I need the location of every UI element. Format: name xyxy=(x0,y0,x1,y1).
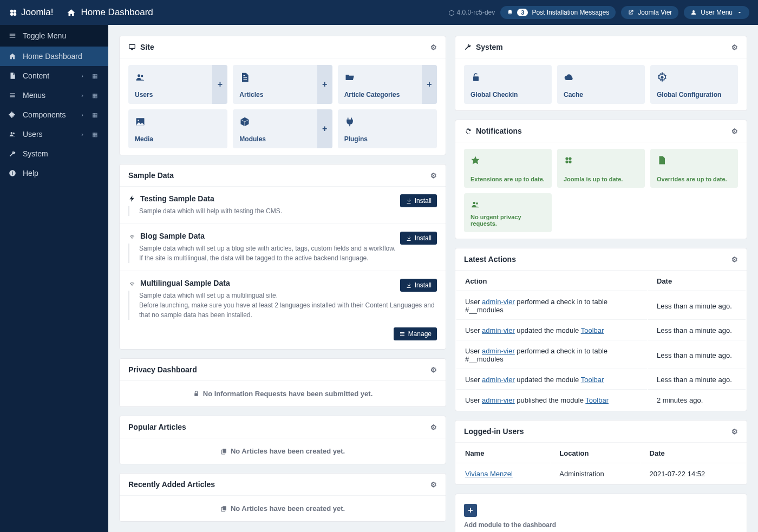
module-link[interactable]: Toolbar xyxy=(581,326,604,334)
recent-panel: Recently Added Articles ⚙ No Articles ha… xyxy=(119,473,446,522)
chevron-right-icon: › xyxy=(81,131,83,137)
quicklink-media[interactable]: Media xyxy=(128,109,227,148)
user-link[interactable]: Viviana Menzel xyxy=(465,470,513,478)
sidebar-item-content[interactable]: Content › ▦ xyxy=(0,66,108,86)
sync-icon xyxy=(464,127,472,135)
external-link-icon xyxy=(628,9,634,16)
svg-point-27 xyxy=(565,161,568,163)
col-date: Date xyxy=(641,444,746,463)
user-link[interactable]: admin-vier xyxy=(482,326,515,334)
brand[interactable]: Joomla! xyxy=(9,7,54,18)
users-icon xyxy=(9,130,16,138)
add-user-button[interactable]: + xyxy=(212,65,227,104)
gear-icon[interactable]: ⚙ xyxy=(731,127,738,135)
quicklink-config[interactable]: Global Configuration xyxy=(650,65,738,104)
svg-point-25 xyxy=(565,157,568,160)
topbar-right: 4.0.0-rc5-dev 3 Post Installation Messag… xyxy=(448,6,749,19)
file-text-icon xyxy=(239,72,250,83)
manage-button[interactable]: Manage xyxy=(394,327,437,340)
quicklink-modules[interactable]: Modules + xyxy=(233,109,332,148)
svg-rect-6 xyxy=(10,34,16,35)
notif-privacy[interactable]: No urgent privacy requests. xyxy=(464,193,552,232)
joomla-logo-icon xyxy=(9,8,18,17)
quicklink-articles[interactable]: Articles + xyxy=(233,65,332,104)
dashboard-grid-icon[interactable]: ▦ xyxy=(90,73,100,80)
dashboard-grid-icon[interactable]: ▦ xyxy=(90,131,100,138)
user-link[interactable]: admin-vier xyxy=(482,298,515,306)
table-row: User admin-vier updated the module Toolb… xyxy=(456,321,746,340)
main-content: Site ⚙ Users + Articles + xyxy=(108,25,758,532)
add-module-button[interactable]: + xyxy=(317,109,332,148)
sidebar-item-menus[interactable]: Menus › ▦ xyxy=(0,86,108,105)
install-button[interactable]: Install xyxy=(400,232,437,245)
svg-point-14 xyxy=(138,74,140,77)
add-category-button[interactable]: + xyxy=(422,65,437,104)
gear-icon[interactable]: ⚙ xyxy=(430,423,437,431)
user-menu-button[interactable]: User Menu xyxy=(684,6,749,19)
latest-actions-panel: Latest Actions ⚙ Action Date User admin-… xyxy=(455,248,747,411)
add-article-button[interactable]: + xyxy=(317,65,332,104)
image-icon xyxy=(135,116,146,127)
module-link[interactable]: Toolbar xyxy=(585,396,609,404)
quicklink-checkin[interactable]: Global Checkin xyxy=(464,65,552,104)
quicklink-plugins[interactable]: Plugins xyxy=(338,109,437,148)
user-link[interactable]: admin-vier xyxy=(482,347,515,355)
notif-extensions[interactable]: Extensions are up to date. xyxy=(464,149,552,188)
dashboard-grid-icon[interactable]: ▦ xyxy=(90,111,100,119)
site-frontend-button[interactable]: Joomla Vier xyxy=(621,6,678,19)
svg-text:i: i xyxy=(12,171,13,176)
table-row: User admin-vier performed a check in to … xyxy=(456,341,746,369)
dashboard-grid-icon[interactable]: ▦ xyxy=(90,92,100,99)
svg-point-10 xyxy=(13,133,15,134)
gear-icon[interactable]: ⚙ xyxy=(430,481,437,489)
quicklink-cache[interactable]: Cache xyxy=(557,65,645,104)
svg-rect-21 xyxy=(223,506,226,510)
table-row: User admin-vier updated the module Toolb… xyxy=(456,370,746,390)
date-cell: 2 minutes ago. xyxy=(648,391,746,410)
popular-panel: Popular Articles ⚙ No Articles have been… xyxy=(119,416,446,464)
joomla-icon xyxy=(564,155,573,165)
page-title-area: Home Dashboard xyxy=(67,7,153,18)
sidebar-item-system[interactable]: System xyxy=(0,144,108,163)
gear-icon[interactable]: ⚙ xyxy=(430,366,437,374)
svg-point-17 xyxy=(138,120,139,121)
gear-icon[interactable]: ⚙ xyxy=(731,255,738,264)
module-link[interactable]: Toolbar xyxy=(581,376,604,384)
users-icon xyxy=(135,72,146,83)
wifi-icon xyxy=(128,279,136,287)
gear-icon[interactable]: ⚙ xyxy=(430,172,437,180)
logged-in-title: Logged-in Users xyxy=(464,427,524,436)
quicklink-users[interactable]: Users + xyxy=(128,65,227,104)
user-link[interactable]: admin-vier xyxy=(482,396,515,404)
desktop-icon xyxy=(128,43,136,51)
add-module-card[interactable]: + Add module to the dashboard xyxy=(455,494,747,532)
actions-title: Latest Actions xyxy=(464,255,516,264)
sidebar-toggle[interactable]: Toggle Menu xyxy=(0,25,108,47)
action-cell: User admin-vier performed a check in to … xyxy=(456,292,647,320)
quicklink-categories[interactable]: Article Categories + xyxy=(338,65,437,104)
sidebar-item-users[interactable]: Users › ▦ xyxy=(0,124,108,144)
svg-rect-7 xyxy=(10,35,16,36)
bolt-icon xyxy=(128,195,136,202)
install-button[interactable]: Install xyxy=(400,194,437,207)
sidebar-item-components[interactable]: Components › ▦ xyxy=(0,105,108,124)
topbar: Joomla! Home Dashboard 4.0.0-rc5-dev 3 P… xyxy=(0,0,758,25)
users-icon xyxy=(471,200,480,209)
chevron-right-icon: › xyxy=(81,111,83,118)
post-install-messages-button[interactable]: 3 Post Installation Messages xyxy=(500,6,616,19)
privacy-panel: Privacy Dashboard ⚙ No Information Reque… xyxy=(119,358,446,407)
sample-item: Blog Sample DataSample data which will s… xyxy=(120,224,446,271)
gear-icon[interactable]: ⚙ xyxy=(430,43,437,51)
gear-icon[interactable]: ⚙ xyxy=(731,428,738,436)
svg-point-5 xyxy=(692,10,695,12)
svg-point-4 xyxy=(449,10,454,15)
gear-icon[interactable]: ⚙ xyxy=(731,43,738,51)
notif-overrides[interactable]: Overrides are up to date. xyxy=(650,149,738,188)
sidebar-item-home[interactable]: Home Dashboard xyxy=(0,47,108,66)
svg-point-28 xyxy=(568,161,571,163)
sidebar-item-help[interactable]: i Help xyxy=(0,163,108,183)
notif-joomla[interactable]: Joomla is up to date. xyxy=(557,149,645,188)
cloud-icon xyxy=(564,72,574,83)
install-button[interactable]: Install xyxy=(400,279,437,292)
user-link[interactable]: admin-vier xyxy=(482,376,515,384)
